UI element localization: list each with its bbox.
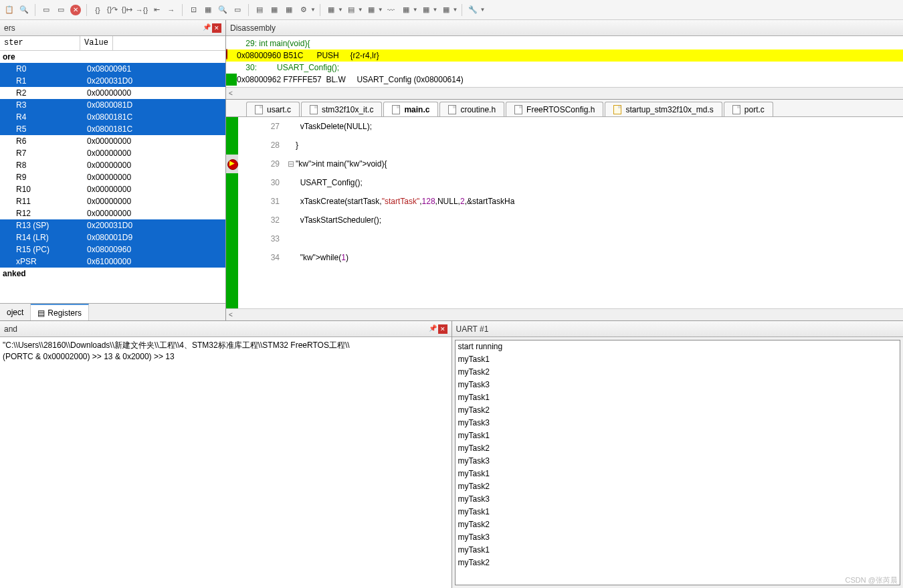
find-btn[interactable]: 🔍	[216, 3, 229, 17]
code-line[interactable]: vTaskStartScheduler();	[296, 211, 903, 229]
separator	[248, 4, 249, 16]
tab-registers[interactable]: ▤Registers	[31, 304, 89, 320]
view-btn[interactable]: ▦	[365, 3, 378, 17]
view-btn[interactable]: ▦	[419, 3, 433, 17]
disassembly-body[interactable]: 29: int main(void){ 0x08000960 B51C PUSH…	[226, 36, 903, 87]
line-numbers: 2728293031323334	[238, 117, 286, 308]
file-tab[interactable]: usart.c	[246, 102, 300, 116]
uart-line: myTask3	[458, 380, 898, 393]
uart-body[interactable]: start runningmyTask1myTask2myTask3myTask…	[455, 340, 901, 585]
view-btn[interactable]: ▦	[399, 3, 413, 17]
register-row[interactable]: R100x00000000	[0, 183, 225, 195]
nav-fwd-btn[interactable]: →	[165, 3, 178, 17]
pin-icon[interactable]: 📌	[429, 324, 437, 334]
register-row[interactable]: xPSR0x61000000	[0, 256, 225, 268]
code-lines[interactable]: vTaskDelete(NULL);}"kw">int main("kw">vo…	[296, 117, 903, 308]
register-row[interactable]: R60x00000000	[0, 135, 225, 147]
close-icon[interactable]: ✕	[212, 23, 221, 33]
register-group[interactable]: ore	[0, 51, 225, 63]
disasm-line: 30: USART_Config();	[237, 63, 339, 72]
window-btn[interactable]: ▦	[201, 3, 215, 17]
register-row[interactable]: R14 (LR)0x080001D9	[0, 231, 225, 243]
register-group[interactable]: anked	[0, 268, 225, 280]
main-toolbar: 📋 🔍 ▭ ▭ ✕ {} {}↷ {}↦ →{} ⇤ → ⊡ ▦ 🔍 ▭ ▤ ▦…	[0, 0, 903, 20]
view-btn[interactable]: ▤	[344, 3, 358, 17]
step-over-btn[interactable]: {}↷	[106, 3, 119, 17]
tool-btn[interactable]: 📋	[3, 3, 16, 17]
separator	[462, 4, 462, 16]
view-btn[interactable]: ▦	[268, 3, 281, 17]
code-line[interactable]: vTaskDelete(NULL);	[296, 117, 903, 136]
file-tab[interactable]: FreeRTOSConfig.h	[506, 102, 603, 116]
code-line[interactable]: }	[296, 136, 903, 155]
run-to-btn[interactable]: →{}	[135, 3, 148, 17]
breakpoint-current-icon[interactable]	[227, 159, 237, 169]
register-row[interactable]: R15 (PC)0x08000960	[0, 243, 225, 256]
file-tab[interactable]: croutine.h	[439, 102, 504, 116]
fold-column[interactable]: ⊟	[286, 117, 296, 308]
register-row[interactable]: R13 (SP)0x200031D0	[0, 219, 225, 231]
disasm-scrollbar[interactable]: <	[226, 87, 903, 99]
register-row[interactable]: R40x0800181C	[0, 111, 225, 123]
code-line[interactable]: xTaskCreate(startTask,"startTask",128,NU…	[296, 192, 903, 211]
register-row[interactable]: R50x0800181C	[0, 123, 225, 135]
view-btn[interactable]: ⚙	[297, 3, 310, 17]
registers-header-row: ster Value	[0, 36, 225, 51]
pin-icon[interactable]: 📌	[203, 23, 211, 33]
register-row[interactable]: R00x08000961	[0, 63, 225, 75]
view-btn[interactable]: ▤	[253, 3, 266, 17]
code-area[interactable]: 2728293031323334 ⊟ vTaskDelete(NULL);}"k…	[226, 117, 903, 308]
code-line[interactable]: "kw">while(1)	[296, 248, 903, 267]
window-btn[interactable]: ⊡	[187, 3, 200, 17]
register-row[interactable]: R10x200031D0	[0, 75, 225, 87]
code-line[interactable]	[296, 229, 903, 248]
tools-btn[interactable]: 🔧	[466, 3, 480, 17]
register-row[interactable]: R90x00000000	[0, 171, 225, 183]
file-tab[interactable]: stm32f10x_it.c	[301, 102, 382, 116]
file-tab[interactable]: main.c	[383, 102, 438, 116]
uart-line: start running	[458, 342, 898, 355]
close-icon[interactable]: ✕	[438, 324, 447, 334]
tab-project[interactable]: oject	[0, 304, 31, 320]
view-btn[interactable]: 〰	[385, 3, 398, 17]
tool-btn[interactable]: ▭	[54, 3, 68, 17]
register-row[interactable]: R120x00000000	[0, 207, 225, 219]
command-body[interactable]: "C:\\Users\\28160\\Downloads\\新建文件夹\\工程\…	[0, 337, 452, 588]
register-row[interactable]: R110x00000000	[0, 195, 225, 207]
separator	[182, 4, 183, 16]
uart-line: myTask3	[458, 418, 898, 431]
view-btn[interactable]: ▦	[282, 3, 296, 17]
registers-title: ers	[4, 23, 15, 33]
window-btn[interactable]: ▭	[231, 3, 244, 17]
file-tab[interactable]: port.c	[724, 102, 773, 116]
registers-body[interactable]: ore R00x08000961R10x200031D0R20x00000000…	[0, 51, 225, 303]
editor-scrollbar[interactable]: <	[226, 308, 903, 320]
code-line[interactable]: "kw">int main("kw">void){	[296, 155, 903, 173]
file-tabs: usart.cstm32f10x_it.cmain.ccroutine.hFre…	[226, 100, 903, 117]
uart-line: myTask1	[458, 355, 898, 367]
step-out-btn[interactable]: {}↦	[120, 3, 134, 17]
view-btn[interactable]: ▦	[439, 3, 453, 17]
uart-line: myTask2	[458, 558, 898, 571]
register-row[interactable]: R30x0800081D	[0, 99, 225, 111]
code-line[interactable]: USART_Config();	[296, 173, 903, 192]
register-row[interactable]: R70x00000000	[0, 147, 225, 159]
view-btn[interactable]: ▦	[324, 3, 338, 17]
register-row[interactable]: R80x00000000	[0, 159, 225, 171]
file-tab[interactable]: startup_stm32f10x_md.s	[605, 102, 722, 116]
file-icon	[310, 105, 318, 114]
stop-btn[interactable]: ✕	[69, 3, 82, 17]
uart-line: myTask1	[458, 431, 898, 444]
breakpoint-icon[interactable]	[226, 49, 227, 60]
nav-back-btn[interactable]: ⇤	[150, 3, 163, 17]
marker-column[interactable]	[226, 117, 238, 308]
tool-btn[interactable]: ▭	[39, 3, 53, 17]
tool-btn[interactable]: 🔍	[17, 3, 31, 17]
uart-line: myTask1	[458, 507, 898, 520]
file-icon	[514, 105, 522, 114]
step-btn[interactable]: {}	[91, 3, 104, 17]
separator	[35, 4, 35, 16]
watermark: CSDN @张芮晨	[845, 575, 898, 585]
register-row[interactable]: R20x00000000	[0, 87, 225, 99]
command-header: and 📌 ✕	[0, 321, 452, 337]
